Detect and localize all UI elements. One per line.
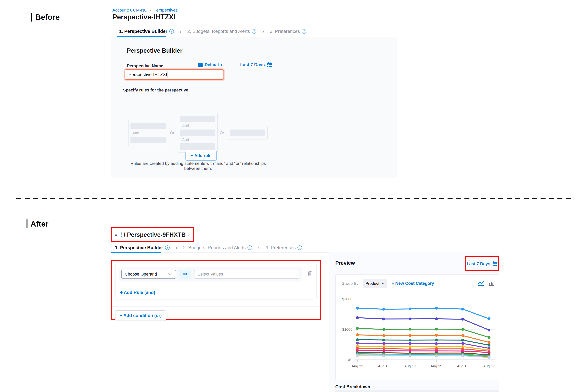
before-tabs-bar: 1. Perspective Builder i › 2. Budgets, R… <box>111 26 398 37</box>
folder-selector[interactable]: Default ▾ <box>198 62 222 67</box>
date-range-picker[interactable]: Last 7 Days <box>240 62 272 68</box>
cost-breakdown-heading: Cost Breakdown <box>335 384 370 390</box>
info-icon[interactable]: i <box>252 29 256 34</box>
before-after-divider <box>16 198 572 199</box>
operand-select-value: Choose Operand <box>125 272 157 277</box>
chevron-down-icon: ▾ <box>221 63 222 67</box>
add-rule-button[interactable]: + Add rule <box>186 151 217 161</box>
date-range-picker[interactable]: Last 7 Days <box>467 261 498 266</box>
label-bar <box>31 13 32 22</box>
folder-selector-value: Default <box>205 62 219 67</box>
svg-text:Aug 17: Aug 17 <box>483 364 495 368</box>
before-section-label: Before <box>31 13 60 22</box>
svg-text:Aug 13: Aug 13 <box>378 364 390 368</box>
info-icon[interactable]: i <box>298 246 302 250</box>
rule-builder-annotation-box: Choose Operand IN Select Values + Add Ru… <box>111 260 321 320</box>
skeleton-bar <box>130 122 166 129</box>
rules-caption: Rules are created by adding statements w… <box>122 161 274 171</box>
group-by-value: Product <box>366 281 379 286</box>
breadcrumb-perspectives-link[interactable]: Perspectives <box>153 8 178 13</box>
info-icon[interactable]: i <box>302 29 306 34</box>
tab-budgets-reports-alerts[interactable]: 2. Budgets, Reports and Alerts i <box>183 245 252 250</box>
specify-rules-heading: Specify rules for the perspective <box>123 88 188 92</box>
tab-label: 1. Perspective Builder <box>115 245 163 250</box>
after-perspective-title: ! / Perspective-9FHXTB <box>120 231 186 238</box>
chevron-right-icon: › <box>262 28 264 34</box>
skeleton-and-label: And <box>130 131 166 135</box>
tab-label: 3. Preferences <box>266 245 296 250</box>
folder-icon <box>198 62 203 67</box>
operand-select[interactable]: Choose Operand <box>121 270 176 279</box>
skeleton-and-label: And <box>180 138 216 142</box>
active-tab-underline <box>111 252 162 253</box>
edit-pencil-icon[interactable] <box>188 232 190 238</box>
rule-skeleton-group: And And <box>178 113 218 152</box>
after-section-label: After <box>26 220 48 228</box>
text-cursor <box>168 72 168 78</box>
perspective-name-label: Perspective Name <box>127 64 163 68</box>
rule-row: Choose Operand IN Select Values <box>118 267 302 282</box>
chevron-right-icon: › <box>258 244 260 251</box>
skeleton-bar <box>130 137 166 143</box>
tab-preferences[interactable]: 3. Preferences i <box>266 245 302 250</box>
line-chart-toggle-icon[interactable] <box>478 280 484 287</box>
after-label-text: After <box>30 220 48 228</box>
skeleton-bar <box>180 143 216 150</box>
info-icon[interactable]: i <box>169 29 174 34</box>
chevron-down-icon <box>168 273 172 276</box>
tab-label: 1. Perspective Builder <box>119 29 167 34</box>
breadcrumb-account-link[interactable]: Account: CCM-NG <box>112 8 148 13</box>
trash-icon <box>307 270 313 276</box>
cost-breakdown-table-edge <box>335 390 499 392</box>
tab-preferences[interactable]: 3. Preferences i <box>270 29 306 34</box>
add-rule-and-link[interactable]: + Add Rule (and) <box>120 290 155 295</box>
tab-perspective-builder[interactable]: 1. Perspective Builder i <box>115 245 170 250</box>
delete-rule-button[interactable] <box>307 270 313 276</box>
folder-open-icon <box>115 232 118 238</box>
new-cost-category-link[interactable]: + New Cost Category <box>392 281 434 286</box>
skeleton-bar <box>230 130 265 136</box>
rule-skeleton-group: And <box>128 120 168 146</box>
svg-text:Aug 14: Aug 14 <box>404 364 416 368</box>
preview-chart-card: Group By Product + New Cost Category <box>335 274 499 380</box>
after-title-annotation-box: ! / Perspective-9FHXTB <box>111 227 194 242</box>
tab-label: 2. Budgets, Reports and Alerts <box>187 29 250 34</box>
preview-panel: Preview Last 7 Days Group By Product <box>329 252 499 392</box>
info-icon[interactable]: i <box>248 246 252 250</box>
chevron-down-icon <box>382 282 385 284</box>
chevron-right-icon: › <box>176 244 177 251</box>
perspective-builder-heading: Perspective Builder <box>127 47 182 54</box>
add-condition-or-button[interactable]: + Add condition (or) <box>115 310 166 321</box>
tab-perspective-builder[interactable]: 1. Perspective Builder i <box>119 29 174 34</box>
date-range-annotation-box: Last 7 Days <box>465 256 499 271</box>
rules-divider <box>112 306 320 307</box>
svg-text:$0: $0 <box>348 358 352 362</box>
rule-skeleton-group <box>228 126 268 140</box>
skeleton-and-label: And <box>180 124 216 128</box>
before-label-text: Before <box>35 13 60 22</box>
perspective-name-value: Perspective-IHTZXI <box>128 72 167 77</box>
active-tab-underline <box>117 36 166 37</box>
page-title: Perspective-IHTZXI <box>112 13 176 21</box>
select-values-input[interactable]: Select Values <box>194 270 299 279</box>
calendar-icon <box>267 62 272 68</box>
tab-budgets-reports-alerts[interactable]: 2. Budgets, Reports and Alerts i <box>187 29 256 34</box>
after-tabs-bar: 1. Perspective Builder i › 2. Budgets, R… <box>111 243 499 253</box>
label-bar <box>26 220 28 228</box>
breadcrumb: Account: CCM-NG › Perspectives <box>112 8 178 13</box>
rule-card: Choose Operand IN Select Values + Add Ru… <box>115 264 317 299</box>
svg-text:$1000: $1000 <box>342 328 352 332</box>
date-range-label: Last 7 Days <box>467 261 490 266</box>
skeleton-or-label: Or <box>170 131 174 135</box>
before-panel: 1. Perspective Builder i › 2. Budgets, R… <box>111 26 398 178</box>
breadcrumb-separator: › <box>150 8 151 13</box>
calendar-icon <box>492 261 498 266</box>
svg-text:Aug 16: Aug 16 <box>457 364 468 368</box>
skeleton-bar <box>180 116 216 122</box>
info-icon[interactable]: i <box>165 246 170 250</box>
operator-in-badge[interactable]: IN <box>179 270 191 279</box>
bar-chart-toggle-icon[interactable] <box>488 280 494 287</box>
perspective-name-input[interactable]: Perspective-IHTZXI <box>124 69 224 80</box>
group-by-label: Group By <box>342 281 358 286</box>
group-by-select[interactable]: Product <box>363 279 388 288</box>
